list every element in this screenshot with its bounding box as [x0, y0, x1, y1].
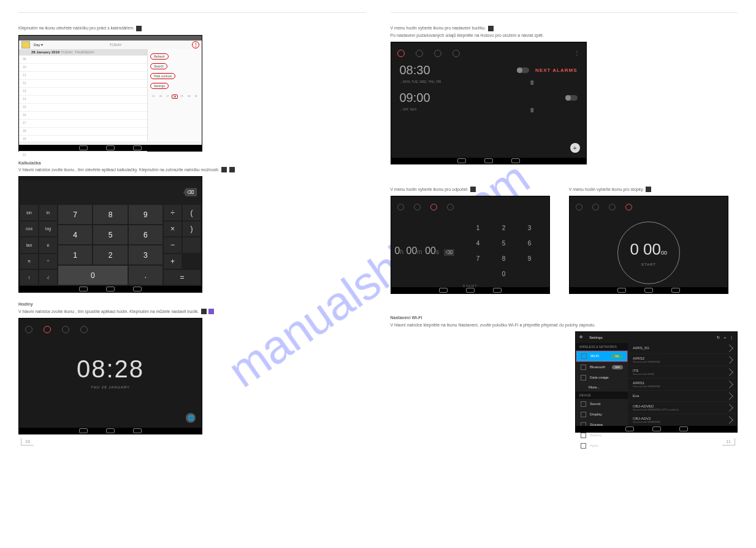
nav-home-icon[interactable] — [484, 158, 493, 163]
calc-tan[interactable]: tan — [20, 237, 38, 252]
calc-pi[interactable]: π — [20, 254, 38, 269]
sidebar-item-bluetooth[interactable]: BluetoothOFF — [576, 362, 628, 372]
chevron-down-icon[interactable]: ⌄ — [400, 80, 402, 83]
tab-clock[interactable] — [44, 326, 51, 333]
nav-recent-icon[interactable] — [133, 145, 142, 150]
nav-home-icon[interactable] — [466, 288, 475, 293]
tab-stopwatch[interactable] — [452, 50, 460, 57]
overflow-icon[interactable]: ⋮ — [574, 50, 580, 56]
wifi-network-list[interactable]: AIRIS_5G AIRIS2Secured with WPA/WPA2 ITS… — [628, 343, 737, 429]
calc-6[interactable]: 6 — [129, 225, 162, 244]
nav-recent-icon[interactable] — [679, 426, 688, 431]
menu-refresh[interactable]: Refresh — [150, 53, 169, 60]
tab-stopwatch[interactable] — [625, 204, 632, 210]
nav-back-icon[interactable] — [79, 428, 88, 433]
start-button[interactable]: START — [641, 263, 656, 266]
nav-recent-icon[interactable] — [493, 288, 502, 293]
nav-back-icon[interactable] — [457, 158, 466, 163]
calendar-dropdown[interactable]: Day ▾ — [34, 42, 43, 47]
overflow-icon[interactable]: ⋮ — [730, 335, 733, 339]
nav-recent-icon[interactable] — [671, 288, 680, 293]
world-clock-fab[interactable]: 🌐 — [186, 413, 196, 423]
tab-timer[interactable] — [62, 326, 69, 333]
add-network-icon[interactable]: + — [724, 336, 726, 339]
calc-dot[interactable]: . — [129, 266, 162, 285]
add-alarm-fab[interactable]: + — [570, 143, 580, 153]
calc-paren-close[interactable]: ) — [183, 222, 200, 236]
sidebar-item-data-usage[interactable]: Data usage — [576, 372, 628, 383]
calc-mul[interactable]: × — [164, 222, 181, 236]
nav-back-icon[interactable] — [79, 287, 88, 291]
calc-add[interactable]: + — [164, 254, 181, 269]
calc-sub[interactable]: − — [164, 237, 181, 252]
calc-log[interactable]: log — [39, 222, 57, 236]
calc-4[interactable]: 4 — [58, 225, 92, 244]
calc-1[interactable]: 1 — [58, 245, 92, 264]
calc-div[interactable]: ÷ — [164, 205, 181, 220]
tab-alarm[interactable] — [25, 326, 32, 333]
sidebar-item-apps[interactable]: Apps — [576, 441, 628, 450]
nav-home-icon[interactable] — [644, 288, 653, 293]
nav-back-icon[interactable] — [617, 288, 626, 293]
tab-timer[interactable] — [434, 50, 441, 57]
calc-ln[interactable]: ln — [39, 205, 57, 220]
menu-search[interactable]: Search — [150, 63, 167, 69]
calc-5[interactable]: 5 — [93, 225, 127, 244]
tab-alarm[interactable] — [576, 204, 582, 210]
calendar-hour-grid[interactable]: 09101112131415161718192021 — [19, 55, 147, 159]
calc-eq[interactable]: = — [164, 270, 200, 285]
calc-paren-open[interactable]: ( — [183, 205, 200, 220]
nav-home-icon[interactable] — [652, 426, 661, 431]
calc-e[interactable]: e — [39, 237, 57, 252]
nav-back-icon[interactable] — [625, 426, 634, 431]
calc-2[interactable]: 2 — [93, 245, 127, 264]
tab-alarm[interactable] — [397, 204, 404, 210]
alarm-toggle-1[interactable] — [517, 68, 529, 73]
alarm-time-2[interactable]: 09:00 — [400, 91, 430, 105]
menu-settings[interactable]: Settings — [150, 83, 169, 89]
nav-recent-icon[interactable] — [133, 428, 142, 433]
alarm-time-1[interactable]: 08:30 — [400, 63, 430, 77]
sidebar-item-sound[interactable]: Sound — [576, 399, 628, 409]
alarm-toggle-2[interactable] — [565, 95, 578, 101]
calc-sin[interactable]: sin — [20, 205, 38, 220]
tab-stopwatch[interactable] — [80, 326, 88, 333]
nav-recent-icon[interactable] — [511, 158, 520, 163]
wifi-scan-icon[interactable]: ↻ — [717, 335, 720, 339]
calc-9[interactable]: 9 — [129, 205, 162, 224]
tab-timer[interactable] — [609, 204, 616, 210]
chevron-down-icon[interactable]: ⌄ — [400, 107, 402, 111]
nav-home-icon[interactable] — [106, 287, 115, 291]
menu-hide-controls[interactable]: Hide controls — [150, 73, 175, 79]
sidebar-item-more[interactable]: More… — [576, 383, 628, 392]
tab-stopwatch[interactable] — [447, 204, 454, 210]
nav-recent-icon[interactable] — [133, 287, 142, 291]
calendar-menu-icon[interactable]: ⋮ — [192, 41, 199, 48]
calc-cos[interactable]: cos — [20, 222, 38, 236]
tab-alarm[interactable] — [397, 50, 405, 57]
nav-home-icon[interactable] — [106, 428, 115, 433]
calc-3[interactable]: 3 — [129, 245, 162, 264]
calendar-app-icon[interactable] — [21, 41, 30, 48]
backspace-button[interactable]: ⌫ — [183, 188, 197, 196]
tab-timer[interactable] — [430, 204, 437, 210]
nav-back-icon[interactable] — [79, 145, 88, 150]
calc-sqrt[interactable]: √ — [39, 270, 57, 285]
calc-8[interactable]: 8 — [93, 205, 127, 224]
sidebar-item-wifi[interactable]: Wi-FiON — [576, 350, 628, 362]
nav-back-icon[interactable] — [439, 288, 448, 293]
calc-fact[interactable]: ! — [20, 270, 38, 285]
calc-7[interactable]: 7 — [58, 205, 92, 224]
nav-home-icon[interactable] — [106, 145, 115, 150]
backspace-icon[interactable]: ⌫ — [444, 249, 454, 256]
tab-clock[interactable] — [414, 204, 421, 210]
calc-0[interactable]: 0 — [58, 266, 128, 285]
timer-keypad[interactable]: 123 456 789 0 — [459, 218, 549, 284]
tab-clock[interactable] — [416, 50, 423, 57]
calc-pow[interactable]: ^ — [39, 254, 57, 269]
sidebar-item-display[interactable]: Display — [576, 409, 628, 420]
tab-clock[interactable] — [592, 204, 599, 210]
calendar-today-button[interactable]: TODAY — [110, 43, 126, 47]
delete-icon[interactable]: 🗑 — [530, 80, 535, 85]
delete-icon[interactable]: 🗑 — [530, 107, 535, 113]
